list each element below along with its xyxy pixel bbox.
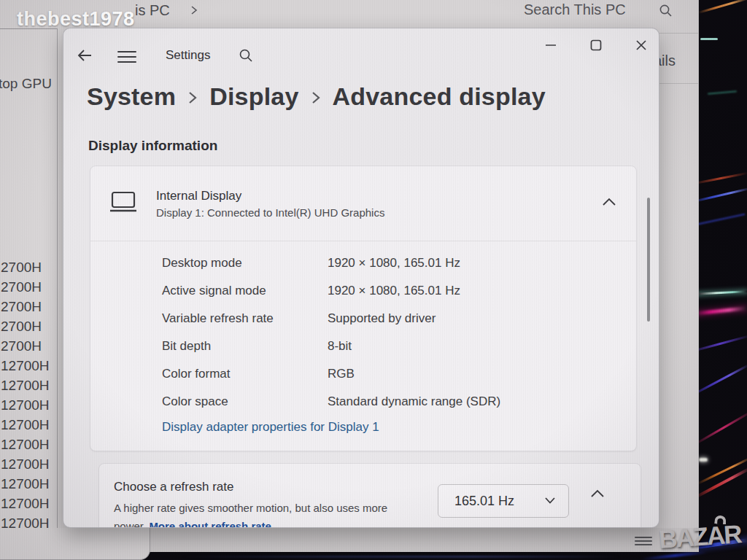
display-adapter-properties-link[interactable]: Display adapter properties for Display 1: [162, 420, 379, 435]
refresh-rate-dropdown[interactable]: 165.01 Hz: [438, 484, 569, 518]
property-label: Active signal mode: [162, 284, 328, 298]
neon-streak: [694, 410, 747, 446]
chevron-up-icon[interactable]: [589, 489, 605, 502]
list-view-icon[interactable]: [635, 534, 652, 548]
refresh-rate-selected-value: 165.01 Hz: [454, 494, 514, 509]
breadcrumb: System Display Advanced display: [87, 82, 546, 111]
list-item[interactable]: 2700H: [1, 338, 58, 358]
property-label: Bit depth: [162, 339, 328, 354]
minimize-button[interactable]: [543, 38, 558, 52]
table-row: Variable refresh rate Supported by drive…: [162, 305, 600, 332]
property-label: Variable refresh rate: [162, 311, 328, 326]
scrollbar-thumb[interactable]: [647, 198, 650, 322]
display-card-subtitle: Display 1: Connected to Intel(R) UHD Gra…: [156, 206, 384, 219]
maximize-button[interactable]: [589, 38, 603, 52]
explorer-divider: [657, 83, 698, 84]
refresh-card-title: Choose a refresh rate: [114, 480, 233, 494]
list-item[interactable]: 12700H: [1, 476, 58, 496]
window-controls: [543, 38, 649, 52]
display-card-titles: Internal Display Display 1: Connected to…: [156, 189, 384, 219]
neon-streak: [708, 90, 737, 94]
back-button[interactable]: [75, 46, 94, 65]
gpu-label-fragment: top GPU: [0, 76, 52, 92]
property-value: 8-bit: [328, 339, 352, 354]
property-value: Standard dynamic range (SDR): [328, 394, 500, 409]
table-row: Color format RGB: [162, 360, 600, 388]
neon-streak: [182, 556, 620, 558]
settings-app-title: Settings: [166, 48, 210, 63]
breadcrumb-current-page: Advanced display: [333, 82, 546, 111]
card-divider: [90, 241, 636, 241]
bazar-watermark-text: BAZAR: [658, 519, 742, 553]
neon-streak: [692, 187, 747, 203]
property-value: Supported by driver: [328, 311, 436, 326]
close-button[interactable]: [634, 38, 649, 52]
list-item[interactable]: 12700H: [1, 437, 58, 456]
display-card-header[interactable]: Internal Display Display 1: Connected to…: [90, 166, 636, 241]
search-icon[interactable]: [659, 4, 673, 20]
neon-streak: [698, 0, 747, 14]
more-about-refresh-rate-link[interactable]: More about refresh rate: [149, 520, 271, 528]
chevron-right-icon: [187, 85, 198, 109]
display-properties: Desktop mode 1920 × 1080, 165.01 Hz Acti…: [162, 249, 600, 416]
property-value: 1920 × 1080, 165.01 Hz: [328, 284, 460, 298]
property-value: RGB: [328, 367, 355, 381]
background-window-corner: [0, 528, 150, 560]
list-item[interactable]: 12700H: [1, 358, 58, 378]
list-item[interactable]: 2700H: [1, 299, 58, 319]
chevron-up-icon[interactable]: [601, 197, 617, 210]
explorer-address-fragment[interactable]: is PC: [135, 2, 170, 19]
property-label: Desktop mode: [162, 256, 328, 271]
list-item[interactable]: 2700H: [1, 319, 58, 338]
chevron-down-icon: [543, 494, 557, 508]
table-row: Bit depth 8-bit: [162, 332, 600, 360]
property-label: Color space: [162, 394, 328, 409]
neon-streak: [691, 364, 747, 397]
refresh-rate-card: Choose a refresh rate A higher rate give…: [98, 463, 641, 528]
display-info-card: Internal Display Display 1: Connected to…: [90, 166, 637, 451]
laptop-icon: [108, 190, 139, 217]
bazar-watermark: BAZAR: [658, 519, 742, 554]
neon-streak: [692, 306, 747, 316]
display-card-title: Internal Display: [156, 189, 384, 203]
list-item[interactable]: 12700H: [1, 456, 58, 476]
neon-streak: [699, 458, 708, 462]
section-heading: Display information: [88, 138, 217, 154]
breadcrumb-display[interactable]: Display: [209, 82, 298, 111]
list-item[interactable]: 2700H: [1, 260, 58, 279]
settings-window: Settings System Display Advanced display…: [63, 28, 659, 528]
neon-streak: [694, 290, 747, 295]
list-item[interactable]: 12700H: [1, 417, 58, 437]
list-item[interactable]: 12700H: [1, 378, 58, 397]
table-row: Color space Standard dynamic range (SDR): [162, 388, 600, 416]
refresh-card-description: A higher rate gives smoother motion, but…: [114, 499, 400, 528]
table-row: Active signal mode 1920 × 1080, 165.01 H…: [162, 277, 600, 305]
neon-streak: [695, 214, 746, 226]
property-label: Color format: [162, 367, 328, 381]
list-item[interactable]: 2700H: [1, 279, 58, 299]
property-value: 1920 × 1080, 165.01 Hz: [328, 256, 460, 271]
list-item[interactable]: 12700H: [1, 397, 58, 417]
breadcrumb-system[interactable]: System: [87, 82, 176, 111]
neon-streak: [693, 172, 747, 184]
neon-streak: [700, 38, 718, 40]
table-row: Desktop mode 1920 × 1080, 165.01 Hz: [162, 249, 600, 277]
navigation-menu-button[interactable]: [117, 47, 136, 66]
photographer-watermark: thebest1978: [17, 8, 135, 31]
settings-search-icon[interactable]: [239, 48, 253, 66]
list-item[interactable]: 12700H: [1, 496, 58, 516]
explorer-search-box[interactable]: Search This PC: [524, 1, 626, 18]
chevron-right-icon: [190, 5, 198, 18]
explorer-divider: [657, 33, 698, 34]
background-window-left: top GPU 2700H 2700H 2700H 2700H 2700H 12…: [0, 28, 58, 560]
chevron-right-icon: [311, 85, 321, 109]
file-list: 2700H 2700H 2700H 2700H 2700H 12700H 127…: [0, 260, 58, 535]
